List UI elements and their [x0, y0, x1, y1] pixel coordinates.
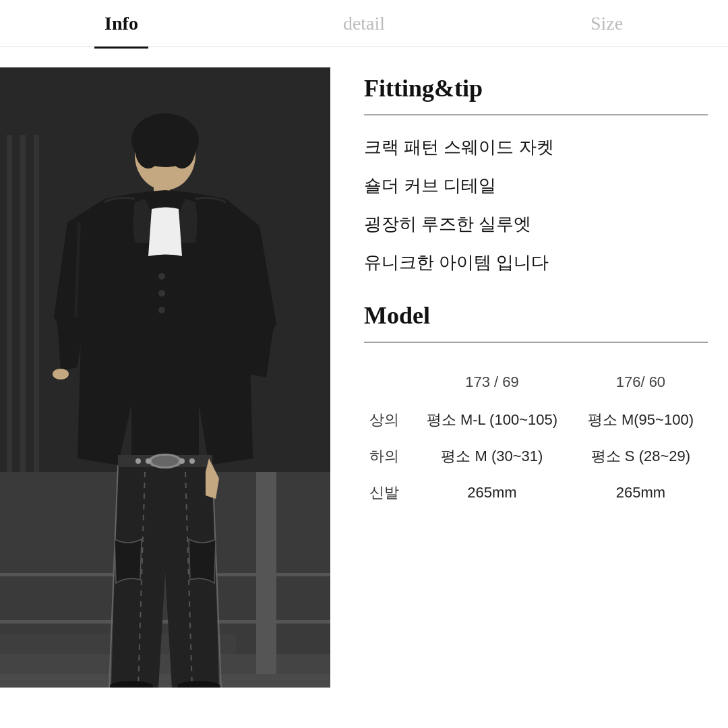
tab-info[interactable]: Info — [0, 0, 243, 48]
model-row-shoes-label: 신발 — [364, 475, 411, 511]
model-row-bottom-label: 하의 — [364, 438, 411, 475]
svg-point-22 — [158, 290, 165, 297]
svg-rect-2 — [0, 573, 330, 576]
model-table: 173 / 69 176/ 60 상의 평소 M-L (100~105) 평소 … — [364, 363, 708, 511]
fitting-item-4: 유니크한 아이템 입니다 — [364, 251, 708, 274]
model-row-bottom: 하의 평소 M (30~31) 평소 S (28~29) — [364, 438, 708, 475]
product-image-panel — [0, 67, 330, 728]
svg-point-23 — [158, 307, 165, 313]
fitting-list: 크랙 패턴 스웨이드 자켓 숄더 커브 디테일 굉장히 루즈한 실루엣 유니크한… — [364, 135, 708, 274]
svg-point-26 — [152, 456, 179, 466]
fitting-divider — [364, 115, 708, 115]
svg-point-28 — [135, 458, 141, 464]
tab-navigation: Info detail Size — [0, 0, 728, 47]
svg-point-30 — [189, 458, 195, 464]
model-row-bottom-col1: 평소 M (30~31) — [411, 438, 574, 475]
svg-point-16 — [169, 128, 195, 169]
svg-rect-3 — [0, 620, 330, 624]
model-row-shoes-col1: 265mm — [411, 475, 574, 511]
model-row-top-col1: 평소 M-L (100~105) — [411, 399, 574, 438]
main-content: Fitting&tip 크랙 패턴 스웨이드 자켓 숄더 커브 디테일 굉장히 … — [0, 47, 728, 728]
model-title: Model — [364, 301, 708, 330]
model-divider — [364, 342, 708, 342]
svg-point-27 — [146, 458, 151, 464]
info-panel: Fitting&tip 크랙 패턴 스웨이드 자켓 숄더 커브 디테일 굉장히 … — [330, 67, 728, 728]
svg-rect-12 — [34, 135, 39, 472]
fitting-title: Fitting&tip — [364, 74, 708, 102]
model-row-bottom-col2: 평소 S (28~29) — [574, 438, 708, 475]
model-col1-header: 173 / 69 — [411, 363, 574, 399]
tab-size[interactable]: Size — [485, 0, 728, 48]
model-col2-header: 176/ 60 — [574, 363, 708, 399]
fitting-item-3: 굉장히 루즈한 실루엣 — [364, 212, 708, 236]
model-row-shoes-col2: 265mm — [574, 475, 708, 511]
svg-rect-6 — [0, 674, 330, 688]
svg-point-20 — [53, 369, 69, 380]
svg-point-29 — [179, 458, 185, 464]
model-col-label — [364, 363, 411, 399]
tab-detail[interactable]: detail — [243, 0, 485, 48]
model-row-top-col2: 평소 M(95~100) — [574, 399, 708, 438]
product-image — [0, 67, 330, 688]
person-silhouette — [0, 67, 330, 688]
model-row-top: 상의 평소 M-L (100~105) 평소 M(95~100) — [364, 399, 708, 438]
model-row-top-label: 상의 — [364, 399, 411, 438]
svg-point-15 — [135, 128, 162, 169]
model-section: Model 173 / 69 176/ 60 상의 평소 M-L (100~10… — [364, 301, 708, 511]
svg-rect-11 — [20, 135, 26, 472]
svg-point-21 — [158, 273, 165, 280]
svg-rect-10 — [7, 135, 12, 472]
fitting-item-1: 크랙 패턴 스웨이드 자켓 — [364, 135, 708, 159]
model-row-shoes: 신발 265mm 265mm — [364, 475, 708, 511]
fitting-item-2: 숄더 커브 디테일 — [364, 174, 708, 198]
